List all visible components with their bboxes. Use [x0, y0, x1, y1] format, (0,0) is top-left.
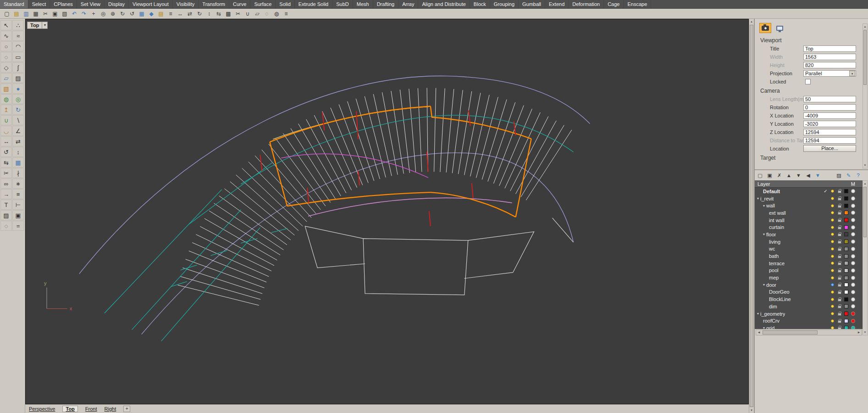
- rotate-view-icon[interactable]: ↻: [118, 10, 127, 18]
- menu-item-solid[interactable]: Solid: [276, 0, 294, 8]
- lock-objects-icon[interactable]: ◍: [272, 10, 281, 18]
- prop-value-title[interactable]: Top: [803, 45, 856, 52]
- pipe-tool[interactable]: ◎: [12, 94, 24, 104]
- chevron-down-icon[interactable]: ▾: [757, 196, 759, 201]
- menu-item-subd[interactable]: SubD: [332, 0, 353, 8]
- chamfer-tool[interactable]: ∠: [12, 126, 24, 136]
- layer-row-blockline[interactable]: BlockLine: [755, 296, 862, 303]
- layer-row-terrace[interactable]: terrace: [755, 260, 862, 267]
- open-toolbar-icon[interactable]: ▤: [156, 10, 166, 18]
- scrollbar-thumb[interactable]: [863, 187, 867, 237]
- chevron-down-icon[interactable]: ▾: [763, 232, 765, 236]
- layer-visibility-toggle[interactable]: [829, 290, 836, 294]
- menu-item-display[interactable]: Display: [105, 0, 129, 8]
- prop-value-projection[interactable]: Parallel▾: [803, 70, 856, 77]
- object-snap-icon[interactable]: ◆: [147, 10, 156, 18]
- print-icon[interactable]: ▦: [31, 10, 40, 18]
- layer-lock-toggle[interactable]: [836, 232, 843, 236]
- layer-color-swatch[interactable]: [843, 276, 850, 280]
- layer-lock-toggle[interactable]: [836, 297, 843, 301]
- menu-item-visibility[interactable]: Visibility: [173, 0, 199, 8]
- layer-lock-toggle[interactable]: [836, 319, 843, 323]
- layer-visibility-toggle[interactable]: [829, 254, 836, 258]
- layer-color-swatch[interactable]: [843, 268, 850, 273]
- scale-tool[interactable]: ↕: [12, 147, 24, 157]
- scale-object-icon[interactable]: ↕: [205, 10, 214, 18]
- layer-material-cell[interactable]: [850, 218, 857, 222]
- move-layer-down-icon[interactable]: ▼: [795, 173, 802, 178]
- viewport-properties-tab[interactable]: [759, 23, 771, 33]
- scroll-down-icon[interactable]: ▼: [749, 407, 754, 413]
- view-tab-perspective[interactable]: Perspective: [29, 406, 55, 412]
- revolve-tool[interactable]: ↻: [12, 105, 24, 115]
- layer-row-grid[interactable]: ▾grid: [755, 324, 862, 329]
- rotate-tool[interactable]: ↺: [0, 147, 12, 157]
- layer-color-swatch[interactable]: [843, 218, 850, 222]
- prop-value-distance-to-tar[interactable]: 12594: [803, 137, 856, 144]
- control-curve-tool[interactable]: ≈: [12, 31, 24, 41]
- layer-material-cell[interactable]: [850, 225, 857, 229]
- layer-row-i-geometry[interactable]: ▾i_geometry: [755, 310, 862, 318]
- layer-color-swatch[interactable]: [843, 240, 850, 244]
- layer-row-living[interactable]: living: [755, 238, 862, 246]
- layer-color-swatch[interactable]: [843, 319, 850, 323]
- layer-row-dim[interactable]: dim: [755, 303, 862, 310]
- layer-color-swatch[interactable]: [843, 254, 850, 258]
- viewport-title-dropdown[interactable]: ▼: [42, 22, 48, 29]
- save-file-icon[interactable]: ▥: [22, 10, 31, 18]
- explode-tool[interactable]: ∗: [12, 179, 24, 189]
- layer-lock-toggle[interactable]: [836, 218, 843, 222]
- layer-lock-toggle[interactable]: [836, 276, 843, 280]
- view-tab-front[interactable]: Front: [85, 406, 97, 412]
- menu-item-cage[interactable]: Cage: [604, 0, 624, 8]
- prop-value-lens-length-m[interactable]: 50: [803, 96, 856, 102]
- extrude-tool[interactable]: ↥: [0, 105, 12, 115]
- menu-item-transform[interactable]: Transform: [199, 0, 229, 8]
- menu-item-standard[interactable]: Standard: [0, 0, 28, 8]
- prop-value-x-location[interactable]: -4009: [803, 112, 856, 119]
- scrollbar-thumb[interactable]: [763, 330, 818, 335]
- dimension-tool[interactable]: ⊢: [12, 200, 24, 210]
- surface-tool[interactable]: ▱: [0, 73, 12, 83]
- layer-color-swatch[interactable]: [843, 261, 850, 265]
- layer-color-swatch[interactable]: [843, 204, 850, 208]
- layer-material-cell[interactable]: [850, 312, 857, 316]
- layer-material-cell[interactable]: [850, 276, 857, 280]
- collapse-all-icon[interactable]: ◀: [805, 173, 812, 179]
- properties-icon[interactable]: ≡: [282, 10, 291, 18]
- layer-visibility-toggle[interactable]: [829, 196, 836, 201]
- menu-item-drafting[interactable]: Drafting: [373, 0, 399, 8]
- chevron-down-icon[interactable]: ▾: [757, 312, 759, 316]
- scroll-right-icon[interactable]: ▶: [856, 330, 862, 335]
- copy-object-icon[interactable]: ⇄: [185, 10, 194, 18]
- redo-icon[interactable]: ↷: [79, 10, 88, 18]
- layer-visibility-toggle[interactable]: [829, 204, 836, 208]
- layer-row-floor[interactable]: ▾floor: [755, 231, 862, 238]
- viewport-canvas[interactable]: y x: [26, 19, 748, 404]
- layer-color-swatch[interactable]: [843, 225, 850, 229]
- layer-row-pool[interactable]: pool: [755, 267, 862, 274]
- layer-lock-toggle[interactable]: [836, 196, 843, 201]
- viewport-scrollbar[interactable]: ▲ ▼: [749, 19, 754, 413]
- box-tool[interactable]: ▧: [0, 84, 12, 94]
- circle-tool[interactable]: ○: [0, 41, 12, 51]
- layer-visibility-toggle[interactable]: [829, 240, 836, 244]
- undo-view-icon[interactable]: ↺: [127, 10, 137, 18]
- menu-item-select[interactable]: Select: [28, 0, 50, 8]
- layer-lock-toggle[interactable]: [836, 326, 843, 329]
- menu-item-gumball[interactable]: Gumball: [519, 0, 545, 8]
- layer-row-i-revit[interactable]: ▾i_revit: [755, 195, 862, 202]
- layer-material-cell[interactable]: [850, 247, 857, 251]
- layer-color-swatch[interactable]: [843, 304, 850, 308]
- trim-tool[interactable]: ✂: [0, 168, 12, 178]
- layer-visibility-toggle[interactable]: [829, 319, 836, 323]
- scroll-left-icon[interactable]: ◀: [756, 330, 762, 335]
- prop-value-width[interactable]: 1563: [803, 54, 856, 60]
- prop-value-height[interactable]: 820: [803, 62, 856, 68]
- layer-visibility-toggle[interactable]: [829, 304, 836, 308]
- new-file-icon[interactable]: ▢: [2, 10, 11, 18]
- prop-value-y-location[interactable]: -3020: [803, 121, 856, 127]
- layer-color-swatch[interactable]: [843, 211, 850, 215]
- layer-color-swatch[interactable]: [843, 196, 850, 201]
- layer-lock-toggle[interactable]: [836, 189, 843, 194]
